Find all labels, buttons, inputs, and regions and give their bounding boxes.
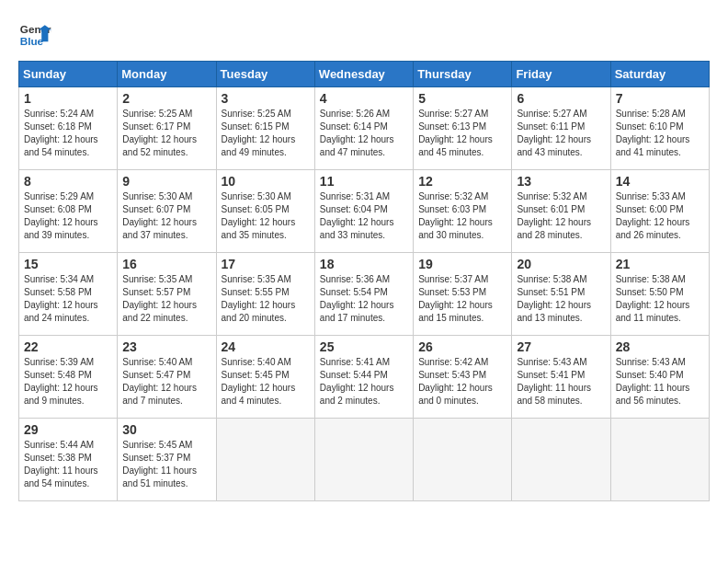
day-number: 5 — [418, 91, 506, 106]
cell-info: Sunrise: 5:44 AMSunset: 5:38 PMDaylight:… — [24, 440, 98, 488]
calendar-cell: 17 Sunrise: 5:35 AMSunset: 5:55 PMDaylig… — [216, 253, 314, 336]
calendar-cell: 8 Sunrise: 5:29 AMSunset: 6:08 PMDayligh… — [19, 170, 118, 253]
svg-text:Blue: Blue — [20, 35, 44, 47]
cell-info: Sunrise: 5:25 AMSunset: 6:15 PMDaylight:… — [222, 109, 296, 157]
cell-info: Sunrise: 5:35 AMSunset: 5:55 PMDaylight:… — [222, 274, 296, 323]
calendar-week-3: 15 Sunrise: 5:34 AMSunset: 5:58 PMDaylig… — [19, 253, 710, 336]
cell-info: Sunrise: 5:33 AMSunset: 6:00 PMDaylight:… — [616, 191, 690, 240]
day-number: 12 — [418, 174, 506, 189]
calendar-cell — [414, 419, 512, 501]
calendar-week-4: 22 Sunrise: 5:39 AMSunset: 5:48 PMDaylig… — [19, 336, 710, 419]
calendar-cell: 22 Sunrise: 5:39 AMSunset: 5:48 PMDaylig… — [19, 336, 118, 419]
cell-info: Sunrise: 5:24 AMSunset: 6:18 PMDaylight:… — [24, 109, 98, 157]
calendar-week-1: 1 Sunrise: 5:24 AMSunset: 6:18 PMDayligh… — [19, 87, 710, 170]
calendar-cell: 4 Sunrise: 5:26 AMSunset: 6:14 PMDayligh… — [314, 87, 413, 170]
cell-info: Sunrise: 5:40 AMSunset: 5:47 PMDaylight:… — [122, 357, 197, 406]
cell-info: Sunrise: 5:27 AMSunset: 6:13 PMDaylight:… — [418, 109, 493, 157]
day-number: 13 — [517, 174, 605, 189]
day-number: 6 — [517, 91, 605, 106]
calendar-cell: 12 Sunrise: 5:32 AMSunset: 6:03 PMDaylig… — [414, 170, 512, 253]
cell-info: Sunrise: 5:30 AMSunset: 6:05 PMDaylight:… — [222, 191, 296, 240]
day-number: 18 — [320, 257, 408, 271]
cell-info: Sunrise: 5:27 AMSunset: 6:11 PMDaylight:… — [517, 109, 591, 157]
cell-info: Sunrise: 5:39 AMSunset: 5:48 PMDaylight:… — [24, 357, 98, 406]
day-number: 1 — [24, 91, 112, 106]
cell-info: Sunrise: 5:29 AMSunset: 6:08 PMDaylight:… — [24, 191, 98, 240]
day-number: 20 — [517, 257, 605, 271]
calendar-cell: 27 Sunrise: 5:43 AMSunset: 5:41 PMDaylig… — [512, 336, 610, 419]
calendar-cell: 29 Sunrise: 5:44 AMSunset: 5:38 PMDaylig… — [19, 419, 118, 501]
day-number: 11 — [320, 174, 408, 189]
day-number: 7 — [616, 91, 704, 106]
calendar-cell: 11 Sunrise: 5:31 AMSunset: 6:04 PMDaylig… — [314, 170, 413, 253]
calendar-cell — [216, 419, 314, 501]
calendar-cell: 30 Sunrise: 5:45 AMSunset: 5:37 PMDaylig… — [118, 419, 216, 501]
calendar-cell: 18 Sunrise: 5:36 AMSunset: 5:54 PMDaylig… — [314, 253, 413, 336]
logo: General Blue — [18, 18, 51, 52]
cell-info: Sunrise: 5:38 AMSunset: 5:51 PMDaylight:… — [517, 274, 591, 323]
calendar-table: SundayMondayTuesdayWednesdayThursdayFrid… — [18, 61, 710, 501]
day-number: 21 — [616, 257, 704, 271]
day-number: 30 — [122, 422, 210, 437]
day-number: 29 — [24, 422, 112, 437]
cell-info: Sunrise: 5:43 AMSunset: 5:41 PMDaylight:… — [517, 357, 591, 406]
calendar-cell: 20 Sunrise: 5:38 AMSunset: 5:51 PMDaylig… — [512, 253, 610, 336]
calendar-cell: 23 Sunrise: 5:40 AMSunset: 5:47 PMDaylig… — [118, 336, 216, 419]
calendar-cell: 1 Sunrise: 5:24 AMSunset: 6:18 PMDayligh… — [19, 87, 118, 170]
calendar-week-5: 29 Sunrise: 5:44 AMSunset: 5:38 PMDaylig… — [19, 419, 710, 501]
day-number: 3 — [222, 91, 310, 106]
day-number: 10 — [222, 174, 310, 189]
cell-info: Sunrise: 5:35 AMSunset: 5:57 PMDaylight:… — [122, 274, 197, 323]
calendar-week-2: 8 Sunrise: 5:29 AMSunset: 6:08 PMDayligh… — [19, 170, 710, 253]
cell-info: Sunrise: 5:36 AMSunset: 5:54 PMDaylight:… — [320, 274, 394, 323]
day-number: 24 — [222, 339, 310, 354]
calendar-cell: 19 Sunrise: 5:37 AMSunset: 5:53 PMDaylig… — [414, 253, 512, 336]
cell-info: Sunrise: 5:25 AMSunset: 6:17 PMDaylight:… — [122, 109, 197, 157]
weekday-header-thursday: Thursday — [414, 62, 512, 87]
cell-info: Sunrise: 5:42 AMSunset: 5:43 PMDaylight:… — [418, 357, 493, 406]
calendar-cell: 13 Sunrise: 5:32 AMSunset: 6:01 PMDaylig… — [512, 170, 610, 253]
weekday-header-sunday: Sunday — [19, 62, 118, 87]
cell-info: Sunrise: 5:37 AMSunset: 5:53 PMDaylight:… — [418, 274, 493, 323]
day-number: 9 — [122, 174, 210, 189]
calendar-cell: 3 Sunrise: 5:25 AMSunset: 6:15 PMDayligh… — [216, 87, 314, 170]
calendar-cell: 2 Sunrise: 5:25 AMSunset: 6:17 PMDayligh… — [118, 87, 216, 170]
weekday-header-wednesday: Wednesday — [314, 62, 413, 87]
cell-info: Sunrise: 5:41 AMSunset: 5:44 PMDaylight:… — [320, 357, 394, 406]
day-number: 14 — [616, 174, 704, 189]
day-number: 17 — [222, 257, 310, 271]
calendar-cell — [314, 419, 413, 501]
calendar-cell: 21 Sunrise: 5:38 AMSunset: 5:50 PMDaylig… — [610, 253, 709, 336]
cell-info: Sunrise: 5:34 AMSunset: 5:58 PMDaylight:… — [24, 274, 98, 323]
day-number: 27 — [517, 339, 605, 354]
day-number: 19 — [418, 257, 506, 271]
cell-info: Sunrise: 5:38 AMSunset: 5:50 PMDaylight:… — [616, 274, 690, 323]
calendar-cell: 24 Sunrise: 5:40 AMSunset: 5:45 PMDaylig… — [216, 336, 314, 419]
day-number: 8 — [24, 174, 112, 189]
calendar-cell: 15 Sunrise: 5:34 AMSunset: 5:58 PMDaylig… — [19, 253, 118, 336]
cell-info: Sunrise: 5:45 AMSunset: 5:37 PMDaylight:… — [122, 440, 197, 488]
calendar-cell: 25 Sunrise: 5:41 AMSunset: 5:44 PMDaylig… — [314, 336, 413, 419]
calendar-cell: 5 Sunrise: 5:27 AMSunset: 6:13 PMDayligh… — [414, 87, 512, 170]
weekday-header-friday: Friday — [512, 62, 610, 87]
cell-info: Sunrise: 5:32 AMSunset: 6:03 PMDaylight:… — [418, 191, 493, 240]
calendar-cell: 9 Sunrise: 5:30 AMSunset: 6:07 PMDayligh… — [118, 170, 216, 253]
day-number: 15 — [24, 257, 112, 271]
calendar-cell: 10 Sunrise: 5:30 AMSunset: 6:05 PMDaylig… — [216, 170, 314, 253]
day-number: 4 — [320, 91, 408, 106]
calendar-cell: 26 Sunrise: 5:42 AMSunset: 5:43 PMDaylig… — [414, 336, 512, 419]
day-number: 25 — [320, 339, 408, 354]
day-number: 23 — [122, 339, 210, 354]
weekday-header-tuesday: Tuesday — [216, 62, 314, 87]
page-header: General Blue — [18, 18, 710, 52]
logo-icon: General Blue — [18, 18, 51, 52]
cell-info: Sunrise: 5:31 AMSunset: 6:04 PMDaylight:… — [320, 191, 394, 240]
cell-info: Sunrise: 5:40 AMSunset: 5:45 PMDaylight:… — [222, 357, 296, 406]
day-number: 16 — [122, 257, 210, 271]
cell-info: Sunrise: 5:26 AMSunset: 6:14 PMDaylight:… — [320, 109, 394, 157]
cell-info: Sunrise: 5:30 AMSunset: 6:07 PMDaylight:… — [122, 191, 197, 240]
cell-info: Sunrise: 5:28 AMSunset: 6:10 PMDaylight:… — [616, 109, 690, 157]
day-number: 2 — [122, 91, 210, 106]
weekday-header-monday: Monday — [118, 62, 216, 87]
day-number: 22 — [24, 339, 112, 354]
